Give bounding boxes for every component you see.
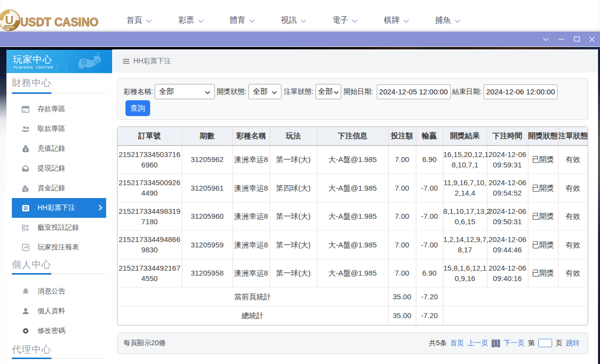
svg-text:U: U — [5, 13, 13, 27]
svg-text:CASINO: CASINO — [4, 26, 14, 29]
